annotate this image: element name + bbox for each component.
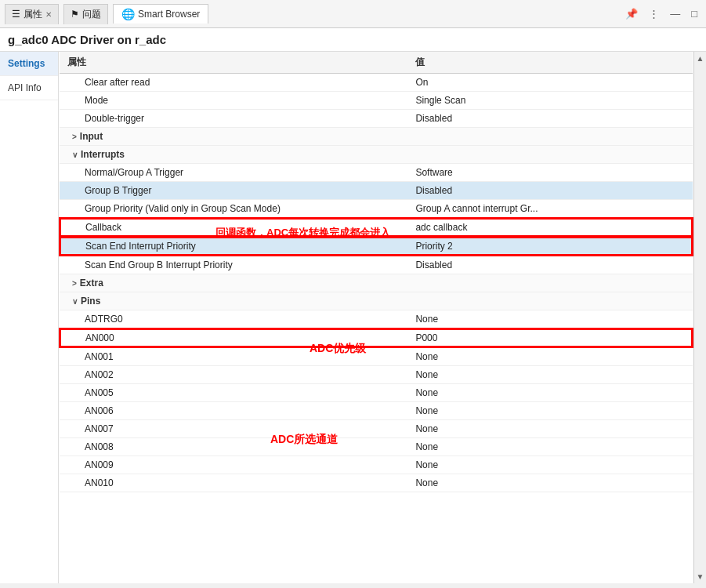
tab-smart-browser[interactable]: 🌐 Smart Browser — [113, 4, 208, 24]
value-cell: Group A cannot interrupt Gr... — [407, 200, 693, 219]
table-row[interactable]: Callbackadc callback — [60, 218, 693, 237]
section-header-cell: ∨Interrupts — [60, 146, 693, 164]
table-row[interactable]: Group Priority (Valid only in Group Scan… — [60, 200, 693, 219]
value-cell: None — [407, 310, 693, 329]
table-row[interactable]: AN000P000 — [60, 328, 693, 347]
menu-button[interactable]: ⋮ — [645, 6, 663, 21]
page-title: g_adc0 ADC Driver on r_adc — [0, 28, 706, 52]
scroll-up-button[interactable]: ▲ — [694, 52, 706, 65]
value-cell: Disabled — [407, 110, 693, 128]
section-header-cell: >Input — [60, 128, 693, 146]
pin-button[interactable]: 📌 — [621, 6, 642, 21]
scroll-down-button[interactable]: ▼ — [694, 570, 706, 583]
properties-table: 属性 值 Clear after readOnModeSingle ScanDo… — [59, 52, 693, 492]
property-cell: Double-trigger — [60, 110, 407, 128]
smart-browser-icon: 🌐 — [121, 8, 135, 20]
sidebar-item-settings[interactable]: Settings — [0, 52, 58, 76]
property-cell: Normal/Group A Trigger — [60, 164, 407, 182]
section-header-row[interactable]: >Input — [60, 128, 693, 146]
col-property: 属性 — [60, 52, 407, 74]
property-cell: Group Priority (Valid only in Group Scan… — [60, 200, 407, 219]
table-row[interactable]: Group B TriggerDisabled — [60, 182, 693, 200]
value-cell: None — [407, 456, 693, 474]
table-row[interactable]: AN006None — [60, 402, 693, 420]
table-row[interactable]: AN008None — [60, 438, 693, 456]
value-cell: None — [407, 474, 693, 492]
property-cell: Mode — [60, 92, 407, 110]
property-cell: AN010 — [60, 474, 407, 492]
tab-properties-label: 属性 — [24, 8, 42, 21]
title-bar: ☰ 属性 ✕ ⚑ 问题 🌐 Smart Browser 📌 ⋮ — □ — [0, 0, 706, 28]
table-row[interactable]: Clear after readOn — [60, 74, 693, 92]
tab-strip: ☰ 属性 ✕ ⚑ 问题 🌐 Smart Browser — [5, 4, 208, 24]
table-row[interactable]: Double-triggerDisabled — [60, 110, 693, 128]
scrollbar[interactable]: ▲ ▼ — [693, 52, 706, 583]
table-row[interactable]: AN007None — [60, 420, 693, 438]
table-row[interactable]: Scan End Group B Interrupt PriorityDisab… — [60, 256, 693, 274]
value-cell: P000 — [407, 328, 693, 347]
property-cell: AN006 — [60, 402, 407, 420]
table-row[interactable]: AN005None — [60, 384, 693, 402]
property-cell: Clear after read — [60, 74, 407, 92]
table-row[interactable]: AN001None — [60, 347, 693, 366]
content-area: 属性 值 Clear after readOnModeSingle ScanDo… — [59, 52, 693, 583]
table-row[interactable]: AN002None — [60, 366, 693, 384]
tab-issues[interactable]: ⚑ 问题 — [63, 4, 108, 24]
collapse-icon: ∨ — [72, 151, 78, 159]
tab-properties[interactable]: ☰ 属性 ✕ — [5, 4, 59, 24]
property-cell: Callback — [60, 218, 407, 237]
property-cell: AN002 — [60, 366, 407, 384]
value-cell: Disabled — [407, 256, 693, 274]
section-header-cell: >Extra — [60, 274, 693, 292]
table-row[interactable]: Normal/Group A TriggerSoftware — [60, 164, 693, 182]
smart-browser-label: Smart Browser — [138, 9, 200, 20]
main-layout: Settings API Info 属性 值 Clear after readO… — [0, 52, 706, 583]
value-cell: None — [407, 402, 693, 420]
section-header-row[interactable]: ∨Pins — [60, 292, 693, 310]
value-cell: None — [407, 347, 693, 366]
property-cell: Scan End Group B Interrupt Priority — [60, 256, 407, 274]
issues-icon: ⚑ — [71, 9, 79, 20]
table-row[interactable]: AN010None — [60, 474, 693, 492]
property-cell: ADTRG0 — [60, 310, 407, 329]
value-cell: None — [407, 438, 693, 456]
value-cell: Priority 2 — [407, 237, 693, 256]
value-cell: adc callback — [407, 218, 693, 237]
minimize-button[interactable]: — — [666, 6, 684, 21]
table-row[interactable]: Scan End Interrupt PriorityPriority 2 — [60, 237, 693, 256]
table-row[interactable]: AN009None — [60, 456, 693, 474]
property-cell: AN000 — [60, 328, 407, 347]
property-cell: AN008 — [60, 438, 407, 456]
property-cell: Group B Trigger — [60, 182, 407, 200]
properties-icon: ☰ — [12, 9, 20, 20]
tab-properties-close[interactable]: ✕ — [45, 10, 52, 19]
tab-issues-label: 问题 — [82, 8, 101, 21]
value-cell: Disabled — [407, 182, 693, 200]
property-cell: AN009 — [60, 456, 407, 474]
property-cell: AN007 — [60, 420, 407, 438]
value-cell: None — [407, 420, 693, 438]
property-cell: AN001 — [60, 347, 407, 366]
window-controls: 📌 ⋮ — □ — [621, 6, 701, 21]
collapse-icon: ∨ — [72, 297, 78, 306]
value-cell: None — [407, 384, 693, 402]
sidebar: Settings API Info — [0, 52, 59, 583]
value-cell: On — [407, 74, 693, 92]
table-header-row: 属性 值 — [60, 52, 693, 74]
expand-icon: > — [72, 132, 77, 141]
maximize-button[interactable]: □ — [687, 6, 701, 21]
value-cell: Software — [407, 164, 693, 182]
section-header-cell: ∨Pins — [60, 292, 693, 310]
expand-icon: > — [72, 279, 77, 288]
sidebar-item-api-info[interactable]: API Info — [0, 76, 58, 100]
table-row[interactable]: ModeSingle Scan — [60, 92, 693, 110]
property-cell: Scan End Interrupt Priority — [60, 237, 407, 256]
property-cell: AN005 — [60, 384, 407, 402]
col-value: 值 — [407, 52, 693, 74]
value-cell: None — [407, 366, 693, 384]
value-cell: Single Scan — [407, 92, 693, 110]
section-header-row[interactable]: >Extra — [60, 274, 693, 292]
section-header-row[interactable]: ∨Interrupts — [60, 146, 693, 164]
table-row[interactable]: ADTRG0None — [60, 310, 693, 329]
